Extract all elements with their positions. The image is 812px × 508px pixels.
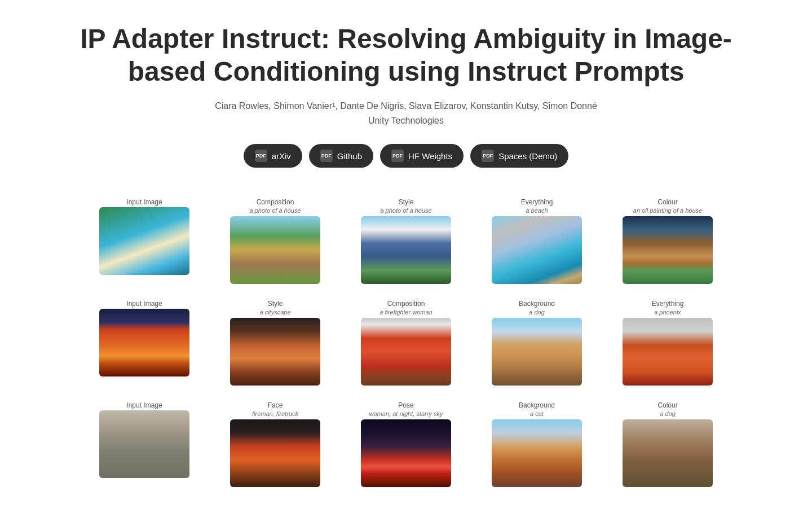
cell-sublabel-0-2: a photo of a house xyxy=(380,207,431,214)
affiliation: Unity Technologies xyxy=(79,116,733,126)
grid-cell-0-4: Colouran oil painting of a house xyxy=(602,196,733,286)
grid-row-0: Input ImageCompositiona photo of a house… xyxy=(79,196,733,286)
hf-weights-label: HF Weights xyxy=(408,151,452,161)
arxiv-icon: PDF xyxy=(255,150,267,162)
grid-cell-0-0: Input Image xyxy=(79,196,210,286)
page-title: IP Adapter Instruct: Resolving Ambiguity… xyxy=(79,23,733,87)
cell-image-2-0 xyxy=(99,410,189,478)
cell-label-0-0: Input Image xyxy=(126,198,162,206)
cell-sublabel-1-3: a dog xyxy=(529,309,545,316)
page-container: IP Adapter Instruct: Resolving Ambiguity… xyxy=(68,0,744,508)
grid-cell-2-4: Coloura dog xyxy=(602,399,733,489)
grid-row-2: Input ImageFacefireman, firetruckPosewom… xyxy=(79,399,733,489)
cell-image-0-1 xyxy=(230,216,320,284)
grid-cell-1-0: Input Image xyxy=(79,297,210,388)
cell-sublabel-0-4: an oil painting of a house xyxy=(633,207,702,214)
hf-weights-icon: PDF xyxy=(391,150,404,162)
cell-label-2-2: Pose xyxy=(398,401,413,409)
grid-cell-0-2: Stylea photo of a house xyxy=(341,196,471,286)
github-label: Github xyxy=(337,151,362,161)
cell-sublabel-2-1: fireman, firetruck xyxy=(252,410,298,417)
grid-cell-0-3: Everythinga beach xyxy=(471,196,602,286)
cell-image-2-2 xyxy=(361,419,451,487)
cell-label-1-4: Everything xyxy=(652,300,684,308)
cell-sublabel-0-1: a photo of a house xyxy=(249,207,301,214)
grid-cell-0-1: Compositiona photo of a house xyxy=(210,196,341,286)
cell-image-2-4 xyxy=(623,419,713,487)
cell-sublabel-1-4: a phoenix xyxy=(654,309,681,316)
btn-github[interactable]: PDFGithub xyxy=(309,144,373,168)
cell-image-0-0 xyxy=(99,207,189,275)
action-buttons: PDFarXivPDFGithubPDFHF WeightsPDFSpaces … xyxy=(79,144,733,168)
cell-label-0-1: Composition xyxy=(257,198,294,206)
cell-label-1-3: Background xyxy=(519,300,555,308)
grid-cell-1-2: Compositiona firefighter woman xyxy=(341,297,471,388)
grid-cell-2-1: Facefireman, firetruck xyxy=(210,399,341,489)
result-grid: Input ImageCompositiona photo of a house… xyxy=(79,196,733,489)
cell-sublabel-2-4: a dog xyxy=(660,410,676,417)
spaces-demo-label: Spaces (Demo) xyxy=(498,151,557,161)
cell-label-2-3: Background xyxy=(519,401,555,409)
grid-cell-1-4: Everythinga phoenix xyxy=(602,297,733,388)
cell-label-2-1: Face xyxy=(268,401,283,409)
cell-label-0-3: Everything xyxy=(521,198,553,206)
btn-hf-weights[interactable]: PDFHF Weights xyxy=(380,144,464,168)
btn-arxiv[interactable]: PDFarXiv xyxy=(244,144,302,168)
cell-sublabel-2-3: a cat xyxy=(530,410,544,417)
grid-row-1: Input ImageStylea cityscapeCompositiona … xyxy=(79,297,733,388)
cell-label-1-2: Composition xyxy=(387,300,425,308)
cell-image-2-1 xyxy=(230,419,320,487)
cell-sublabel-1-2: a firefighter woman xyxy=(379,309,433,316)
cell-sublabel-0-3: a beach xyxy=(526,207,548,214)
grid-cell-2-3: Backgrounda cat xyxy=(471,399,602,489)
spaces-demo-icon: PDF xyxy=(482,150,494,162)
grid-cell-1-1: Stylea cityscape xyxy=(210,297,341,388)
github-icon: PDF xyxy=(320,150,333,162)
arxiv-label: arXiv xyxy=(272,151,291,161)
cell-label-0-2: Style xyxy=(399,198,414,206)
authors: Ciara Rowles, Shimon Vanier¹, Dante De N… xyxy=(79,101,733,111)
cell-label-2-0: Input Image xyxy=(126,401,162,409)
cell-sublabel-2-2: woman, at night, starry sky xyxy=(369,410,443,417)
btn-spaces-demo[interactable]: PDFSpaces (Demo) xyxy=(470,144,568,168)
cell-image-0-2 xyxy=(361,216,451,284)
grid-cell-2-0: Input Image xyxy=(79,399,210,489)
cell-label-2-4: Colour xyxy=(657,401,677,409)
cell-image-0-3 xyxy=(492,216,582,284)
cell-label-1-1: Style xyxy=(268,300,283,308)
cell-image-1-2 xyxy=(361,318,451,386)
cell-image-2-3 xyxy=(492,419,582,487)
cell-image-1-4 xyxy=(623,318,713,386)
cell-sublabel-1-1: a cityscape xyxy=(259,309,290,316)
grid-cell-1-3: Backgrounda dog xyxy=(471,297,602,388)
cell-label-1-0: Input Image xyxy=(126,300,162,308)
cell-label-0-4: Colour xyxy=(657,198,677,206)
cell-image-0-4 xyxy=(623,216,713,284)
grid-cell-2-2: Posewoman, at night, starry sky xyxy=(341,399,471,489)
cell-image-1-0 xyxy=(99,309,189,376)
cell-image-1-1 xyxy=(230,318,320,386)
cell-image-1-3 xyxy=(492,318,582,386)
